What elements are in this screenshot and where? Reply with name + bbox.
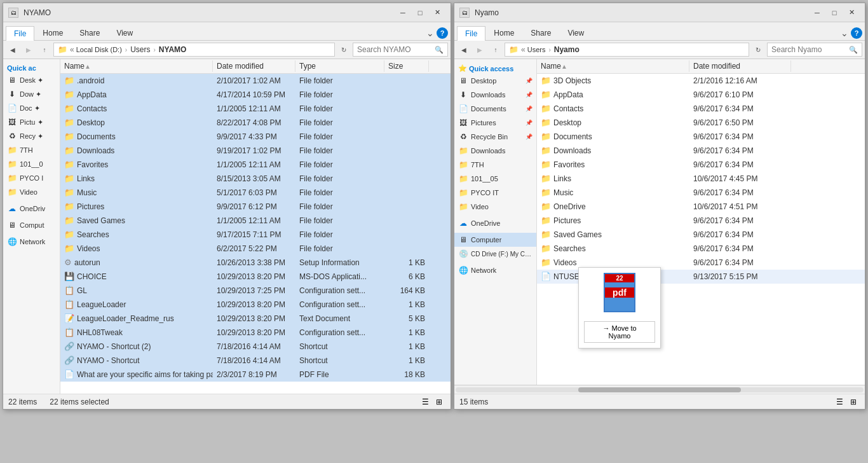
search-input-2[interactable] — [771, 45, 849, 54]
sidebar-item-video-1[interactable]: 📁 Video — [3, 185, 60, 199]
sidebar-item-downloads-2[interactable]: ⬇ Downloads 📌 — [454, 88, 536, 102]
sidebar-item-pyco-1[interactable]: 📁 PYCO I — [3, 171, 60, 185]
tab-file-2[interactable]: File — [457, 26, 485, 41]
sidebar-item-documents-1[interactable]: 📄 Doc ✦ — [3, 101, 60, 115]
sidebar-item-recycle-2[interactable]: ♻ Recycle Bin 📌 — [454, 130, 536, 144]
minimize-btn-1[interactable]: ─ — [395, 4, 411, 21]
table-row[interactable]: 📁 AppData 9/6/2017 6:10 PM — [537, 88, 865, 102]
sidebar-item-computer-1[interactable]: 🖥 Comput — [3, 218, 60, 232]
table-row[interactable]: 📁 Desktop 8/22/2017 4:08 PM File folder — [60, 116, 451, 130]
address-path-2[interactable]: 📁 « Users › Nyamo — [505, 43, 749, 57]
sidebar-item-101-2[interactable]: 📁 101__05 — [454, 172, 536, 186]
table-row[interactable]: 📋 GL 10/29/2013 7:25 PM Configuration se… — [60, 284, 451, 298]
table-row[interactable]: 📁 Favorites 1/1/2005 12:11 AM File folde… — [60, 158, 451, 172]
table-row[interactable]: 📁 Favorites 9/6/2017 6:34 PM — [537, 158, 865, 172]
move-to-nyamo-btn[interactable]: → Move to Nyamo — [584, 321, 655, 343]
scrollbar-h-2[interactable] — [454, 385, 865, 394]
sidebar-item-7th-1[interactable]: 📁 7TH — [3, 143, 60, 157]
table-row[interactable]: 📁 Desktop 9/6/2017 6:50 PM — [537, 116, 865, 130]
table-row[interactable]: 📁 Searches 9/6/2017 6:34 PM — [537, 242, 865, 256]
table-row[interactable]: ⚙ autorun 10/26/2013 3:38 PM Setup Infor… — [60, 256, 451, 270]
col-header-date-1[interactable]: Date modified — [213, 60, 295, 72]
sidebar-item-7th-2[interactable]: 📁 7TH — [454, 158, 536, 172]
sidebar-item-downloads-folder-2[interactable]: 📁 Downloads — [454, 144, 536, 158]
tab-share-2[interactable]: Share — [522, 25, 559, 40]
col-header-date-2[interactable]: Date modified — [689, 60, 791, 72]
refresh-btn-2[interactable]: ↻ — [751, 43, 765, 57]
sidebar-item-pictures-1[interactable]: 🖼 Pictu ✦ — [3, 115, 60, 129]
table-row[interactable]: 📁 Contacts 1/1/2005 12:11 AM File folder — [60, 102, 451, 116]
search-box-2[interactable]: 🔍 — [767, 43, 862, 57]
table-row[interactable]: 📁 Music 9/6/2017 6:34 PM — [537, 186, 865, 200]
forward-btn-2[interactable]: ▶ — [473, 43, 487, 57]
details-view-btn-1[interactable]: ☰ — [419, 396, 431, 408]
table-row[interactable]: 📁 Music 5/1/2017 6:03 PM File folder — [60, 186, 451, 200]
sidebar-item-onedrive-2[interactable]: ☁ OneDrive — [454, 216, 536, 230]
sidebar-item-video-2[interactable]: 📁 Video — [454, 200, 536, 214]
help-icon-2[interactable]: ? — [851, 27, 862, 39]
table-row[interactable]: 📝 LeagueLoader_Readme_rus 10/29/2013 8:2… — [60, 312, 451, 326]
sidebar-item-pictures-2[interactable]: 🖼 Pictures 📌 — [454, 116, 536, 130]
sidebar-item-desktop-2[interactable]: 🖥 Desktop 📌 — [454, 74, 536, 88]
table-row[interactable]: 📁 3D Objects 2/1/2016 12:16 AM — [537, 74, 865, 88]
table-row[interactable]: 📁 Saved Games 9/6/2017 6:34 PM — [537, 228, 865, 242]
table-row[interactable]: 📁 Pictures 9/9/2017 6:12 PM File folder — [60, 200, 451, 214]
back-btn-2[interactable]: ◀ — [457, 43, 471, 57]
table-row[interactable]: 📁 Pictures 9/6/2017 6:34 PM — [537, 214, 865, 228]
tab-file-1[interactable]: File — [6, 26, 34, 41]
forward-btn-1[interactable]: ▶ — [22, 43, 36, 57]
large-icons-btn-2[interactable]: ⊞ — [847, 396, 860, 408]
table-row[interactable]: 💾 CHOICE 10/29/2013 8:20 PM MS-DOS Appli… — [60, 270, 451, 284]
ribbon-expand-icon-2[interactable]: ⌄ — [841, 28, 848, 38]
minimize-btn-2[interactable]: ─ — [809, 4, 825, 21]
table-row[interactable]: 📁 OneDrive 10/6/2017 4:51 PM — [537, 200, 865, 214]
table-row[interactable]: 🔗 NYAMO - Shortcut 7/18/2016 4:14 AM Sho… — [60, 354, 451, 368]
sidebar-item-onedrive-1[interactable]: ☁ OneDriv — [3, 202, 60, 216]
sidebar-item-network-1[interactable]: 🌐 Network — [3, 235, 60, 249]
help-icon-1[interactable]: ? — [437, 27, 448, 39]
search-box-1[interactable]: 🔍 — [353, 43, 448, 57]
sidebar-item-computer-2[interactable]: 🖥 Computer — [454, 233, 536, 247]
back-btn-1[interactable]: ◀ — [6, 43, 20, 57]
close-btn-2[interactable]: ✕ — [843, 4, 860, 21]
table-row[interactable]: 📁 Downloads 9/6/2017 6:34 PM — [537, 144, 865, 158]
table-row[interactable]: 📁 Downloads 9/19/2017 1:02 PM File folde… — [60, 144, 451, 158]
table-row[interactable]: 🔗 NYAMO - Shortcut (2) 7/18/2016 4:14 AM… — [60, 340, 451, 354]
table-row[interactable]: 📋 NHL08Tweak 10/29/2013 8:20 PM Configur… — [60, 326, 451, 340]
close-btn-1[interactable]: ✕ — [429, 4, 445, 21]
table-row[interactable]: 📁 Documents 9/6/2017 6:34 PM — [537, 130, 865, 144]
sidebar-item-cd-2[interactable]: 💿 CD Drive (F:) My CDR — [454, 247, 536, 261]
table-row[interactable]: 📁 Videos 6/2/2017 5:22 PM File folder — [60, 242, 451, 256]
table-row[interactable]: 📁 Links 10/6/2017 4:45 PM — [537, 172, 865, 186]
table-row[interactable]: 📁 Documents 9/9/2017 4:33 PM File folder — [60, 130, 451, 144]
large-icons-btn-1[interactable]: ⊞ — [433, 396, 445, 408]
col-header-size-1[interactable]: Size — [384, 60, 429, 72]
col-header-type-1[interactable]: Type — [295, 60, 384, 72]
maximize-btn-1[interactable]: □ — [412, 4, 428, 21]
search-input-1[interactable] — [357, 45, 435, 54]
table-row[interactable]: 📁 Contacts 9/6/2017 6:34 PM — [537, 102, 865, 116]
table-row[interactable]: 📁 AppData 4/17/2014 10:59 PM File folder — [60, 88, 451, 102]
tab-home-1[interactable]: Home — [34, 25, 71, 40]
table-row[interactable]: 📁 Links 8/15/2013 3:05 AM File folder — [60, 172, 451, 186]
up-btn-2[interactable]: ↑ — [489, 43, 503, 57]
sidebar-item-recycle-1[interactable]: ♻ Recy ✦ — [3, 129, 60, 143]
refresh-btn-1[interactable]: ↻ — [337, 43, 351, 57]
sidebar-item-pyco-2[interactable]: 📁 PYCO IT — [454, 186, 536, 200]
details-view-btn-2[interactable]: ☰ — [833, 396, 846, 408]
tab-view-1[interactable]: View — [108, 25, 141, 40]
tab-view-2[interactable]: View — [559, 25, 592, 40]
table-row[interactable]: 📁 .android 2/10/2017 1:02 AM File folder — [60, 74, 451, 88]
address-path-1[interactable]: 📁 « Local Disk (D:) › Users › NYAMO — [53, 43, 335, 57]
sidebar-item-documents-2[interactable]: 📄 Documents 📌 — [454, 102, 536, 116]
table-row[interactable]: 📄 What are your specific aims for taking… — [60, 368, 451, 382]
ribbon-expand-icon[interactable]: ⌄ — [426, 28, 434, 38]
table-row[interactable]: 📁 Searches 9/17/2015 7:11 PM File folder — [60, 228, 451, 242]
col-header-name-2[interactable]: Name ▲ — [537, 60, 689, 72]
sidebar-item-desktop-1[interactable]: 🖥 Desk ✦ — [3, 73, 60, 87]
sidebar-item-downloads-1[interactable]: ⬇ Dow ✦ — [3, 87, 60, 101]
maximize-btn-2[interactable]: □ — [826, 4, 843, 21]
table-row[interactable]: 📋 LeagueLoader 10/29/2013 8:20 PM Config… — [60, 298, 451, 312]
up-btn-1[interactable]: ↑ — [37, 43, 51, 57]
sidebar-item-network-2[interactable]: 🌐 Network — [454, 263, 536, 277]
